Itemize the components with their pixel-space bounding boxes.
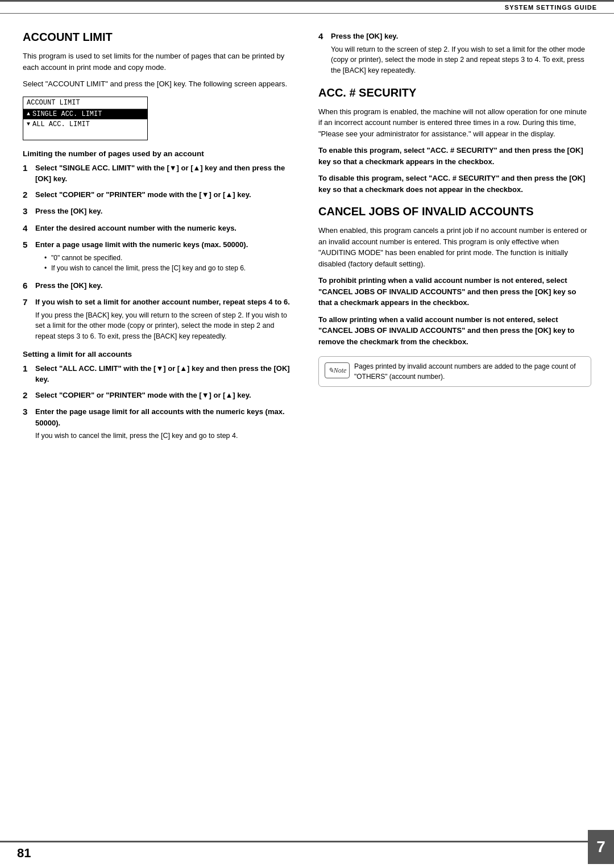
cancel-jobs-title: CANCEL JOBS OF INVALID ACCOUNTS xyxy=(318,205,591,218)
step5-bullets: "0" cannot be specified. If you wish to … xyxy=(44,253,296,273)
step7-sub: If you press the [BACK] key, you will re… xyxy=(35,310,296,342)
limiting-heading: Limiting the number of pages used by an … xyxy=(23,149,296,158)
setting-step-2: 2 Select "COPIER" or "PRINTER" mode with… xyxy=(23,390,296,402)
limiting-steps-list: 1 Select "SINGLE ACC. LIMIT" with the [▼… xyxy=(23,162,296,342)
step4-heading: Press the [OK] key. xyxy=(331,32,398,40)
screen-row-all: ▼ ALL ACC. LIMIT xyxy=(23,119,147,130)
page-header: SYSTEM SETTINGS GUIDE xyxy=(0,0,614,14)
screen-single-acc: SINGLE ACC. LIMIT xyxy=(32,110,102,118)
bullet-1: "0" cannot be specified. xyxy=(44,253,296,263)
footer-inner: 81 xyxy=(0,842,614,864)
acc-security-enable: To enable this program, select "ACC. # S… xyxy=(318,145,591,167)
right-step4-list: 4 Press the [OK] key. You will return to… xyxy=(318,31,591,76)
account-limit-title: ACCOUNT LIMIT xyxy=(23,31,296,44)
limiting-step-1: 1 Select "SINGLE ACC. LIMIT" with the [▼… xyxy=(23,162,296,185)
chapter-tab: 7 xyxy=(588,830,614,864)
cancel-jobs-prohibit: To prohibit printing when a valid accoun… xyxy=(318,275,591,308)
screen-title: ACCOUNT LIMIT xyxy=(23,97,147,109)
arrow-up-icon: ▲ xyxy=(27,111,30,117)
right-column: 4 Press the [OK] key. You will return to… xyxy=(318,31,591,829)
limiting-step-3: 3 Press the [OK] key. xyxy=(23,206,296,218)
note-label: ✎Note xyxy=(328,366,347,375)
header-title: SYSTEM SETTINGS GUIDE xyxy=(505,4,597,11)
page-number: 81 xyxy=(17,846,31,861)
acc-security-title: ACC. # SECURITY xyxy=(318,86,591,99)
setting-step-3: 3 Enter the page usage limit for all acc… xyxy=(23,406,296,441)
arrow-down-icon: ▼ xyxy=(27,121,30,127)
limiting-step-6: 6 Press the [OK] key. xyxy=(23,280,296,293)
screen-row-empty xyxy=(23,130,147,140)
cancel-jobs-intro: When enabled, this program cancels a pri… xyxy=(318,225,591,269)
page-footer: 81 7 xyxy=(0,841,614,864)
screen-display: ACCOUNT LIMIT ▲ SINGLE ACC. LIMIT ▼ ALL … xyxy=(23,97,148,140)
note-icon: ✎Note xyxy=(325,362,350,378)
note-text: Pages printed by invalid account numbers… xyxy=(354,361,585,382)
acc-security-intro: When this program is enabled, the machin… xyxy=(318,106,591,140)
limiting-step-2: 2 Select "COPIER" or "PRINTER" mode with… xyxy=(23,189,296,202)
screen-row-single: ▲ SINGLE ACC. LIMIT xyxy=(23,109,147,119)
setting-heading: Setting a limit for all accounts xyxy=(23,350,296,358)
acc-security-disable: To disable this program, select "ACC. # … xyxy=(318,173,591,195)
setting-steps-list: 1 Select "ALL ACC. LIMIT" with the [▼] o… xyxy=(23,363,296,441)
right-step-4: 4 Press the [OK] key. You will return to… xyxy=(318,31,591,76)
note-box: ✎Note Pages printed by invalid account n… xyxy=(318,356,591,387)
setting-step-1: 1 Select "ALL ACC. LIMIT" with the [▼] o… xyxy=(23,363,296,385)
account-limit-intro: This program is used to set limits for t… xyxy=(23,51,296,73)
bullet-2: If you wish to cancel the limit, press t… xyxy=(44,263,296,273)
step3-sub: If you wish to cancel the limit, press t… xyxy=(35,431,296,441)
screen-all-acc: ALL ACC. LIMIT xyxy=(32,120,90,128)
page-content: ACCOUNT LIMIT This program is used to se… xyxy=(0,14,614,841)
account-limit-select-instruction: Select "ACCOUNT LIMIT" and press the [OK… xyxy=(23,78,296,90)
left-column: ACCOUNT LIMIT This program is used to se… xyxy=(23,31,296,829)
limiting-step-5: 5 Enter a page usage limit with the nume… xyxy=(23,239,296,276)
limiting-step-7: 7 If you wish to set a limit for another… xyxy=(23,297,296,342)
cancel-jobs-allow: To allow printing when a valid account n… xyxy=(318,314,591,348)
limiting-step-4: 4 Enter the desired account number with … xyxy=(23,223,296,235)
step4-text: You will return to the screen of step 2.… xyxy=(331,44,591,76)
